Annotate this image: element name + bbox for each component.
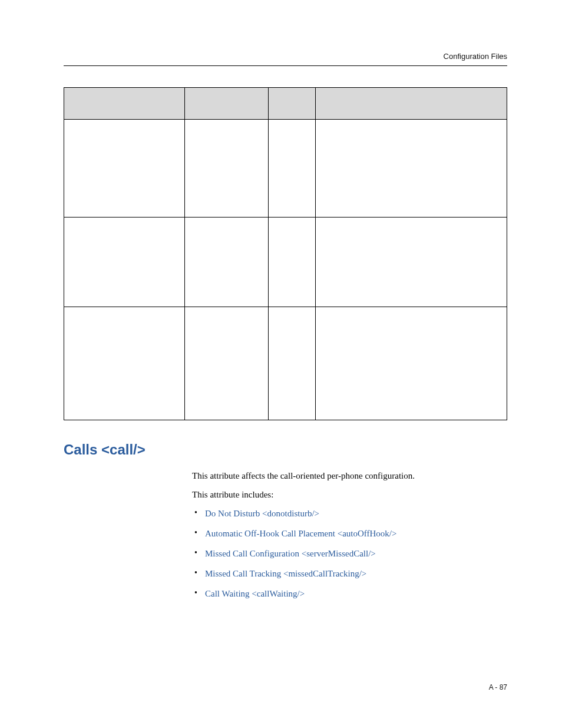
table-header-cell [64, 88, 185, 120]
table-row [64, 218, 507, 307]
list-item: Missed Call Configuration <serverMissedC… [192, 546, 507, 561]
section-intro-1: This attribute affects the call-oriented… [192, 469, 507, 483]
table-row [64, 307, 507, 420]
table-header-cell [269, 88, 316, 120]
link-servermissedcall[interactable]: Missed Call Configuration <serverMissedC… [205, 549, 376, 558]
table-header-row [64, 88, 507, 120]
section-heading-calls: Calls <call/> [64, 442, 507, 458]
table-header-cell [185, 88, 269, 120]
list-item: Missed Call Tracking <missedCallTracking… [192, 566, 507, 581]
table-cell [64, 307, 185, 420]
document-page: Configuration Files [0, 0, 562, 728]
page-number: A - 87 [489, 683, 507, 691]
table-cell [316, 218, 507, 307]
table-header-cell [316, 88, 507, 120]
link-autooffhook[interactable]: Automatic Off-Hook Call Placement <autoO… [205, 529, 396, 538]
section-intro-2: This attribute includes: [192, 487, 507, 502]
header-rule [64, 65, 507, 66]
list-item: Do Not Disturb <donotdisturb/> [192, 506, 507, 521]
table-cell [185, 218, 269, 307]
table-cell [64, 218, 185, 307]
table-cell [316, 120, 507, 218]
config-table [64, 87, 507, 420]
list-item: Call Waiting <callWaiting/> [192, 587, 507, 601]
header-right-text: Configuration Files [64, 52, 507, 61]
table-cell [185, 120, 269, 218]
link-missedcalltracking[interactable]: Missed Call Tracking <missedCallTracking… [205, 569, 366, 578]
attribute-link-list: Do Not Disturb <donotdisturb/> Automatic… [192, 506, 507, 601]
table-cell [316, 307, 507, 420]
table-cell [269, 120, 316, 218]
link-donotdisturb[interactable]: Do Not Disturb <donotdisturb/> [205, 509, 319, 518]
table-row [64, 120, 507, 218]
section-body: This attribute affects the call-oriented… [192, 469, 507, 601]
table-cell [269, 307, 316, 420]
table-cell [185, 307, 269, 420]
link-callwaiting[interactable]: Call Waiting <callWaiting/> [205, 589, 305, 598]
list-item: Automatic Off-Hook Call Placement <autoO… [192, 526, 507, 541]
table-cell [269, 218, 316, 307]
table-cell [64, 120, 185, 218]
